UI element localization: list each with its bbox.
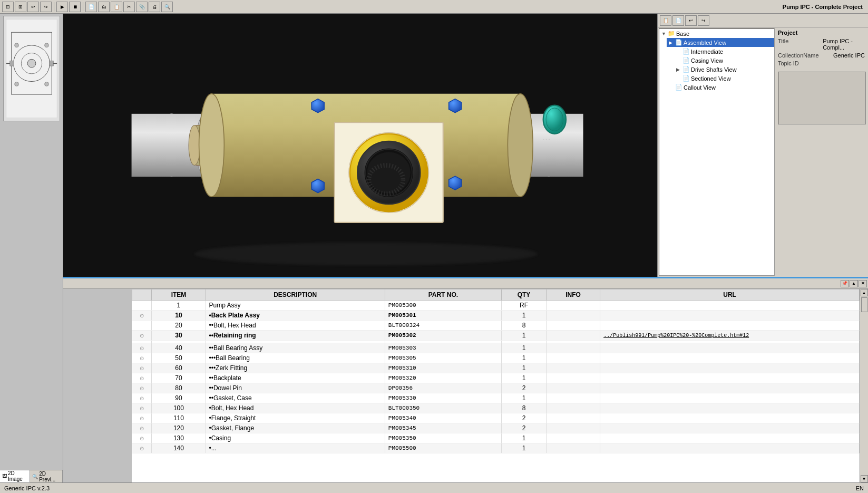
toolbar-btn-9[interactable]: 📋	[111, 2, 122, 12]
scroll-thumb[interactable]	[861, 297, 867, 312]
table-row[interactable]: ⊙70••BackplatePM0053201	[132, 373, 860, 383]
table-row[interactable]: ⊙130•CasingPM0053501	[132, 433, 860, 443]
svg-point-4	[27, 59, 36, 67]
doc-icon-4: 📄	[682, 66, 690, 73]
toolbar-btn-10[interactable]: ✂	[123, 2, 135, 12]
row-info	[547, 443, 600, 453]
table-row[interactable]: ⊙90••Gasket, CasePM0053301	[132, 393, 860, 403]
table-row[interactable]: ⊙120•Gasket, FlangePM0053452	[132, 423, 860, 433]
bom-right-scrollbar[interactable]: ▲ ▼	[860, 289, 868, 482]
table-row[interactable]: ⊙140•...PM0055001	[132, 443, 860, 453]
bottom-tb-pin[interactable]: 📌	[841, 280, 849, 287]
right-tb-2[interactable]: 📄	[672, 15, 684, 26]
bottom-tb-up[interactable]: ▲	[850, 280, 858, 287]
scroll-down-btn[interactable]: ▼	[861, 475, 868, 482]
table-row[interactable]: 1Pump AssyPM005300RF	[132, 301, 860, 311]
toolbar-btn-13[interactable]: 🔍	[161, 2, 173, 12]
table-row[interactable]: ⊙80••Dowel PinDP003562	[132, 383, 860, 393]
row-item: 110	[152, 413, 206, 423]
bom-col-info: INFO	[547, 289, 600, 301]
row-part-number: BLT000324	[385, 321, 501, 331]
center-right-top: ··· 📋 📄 ↩ ↪	[63, 14, 868, 277]
row-part-number: PM005330	[385, 393, 501, 403]
table-row[interactable]: 20••Bolt, Hex HeadBLT0003248	[132, 321, 860, 331]
toolbar-btn-2[interactable]: ⊞	[15, 2, 26, 12]
right-tb-4[interactable]: ↪	[698, 15, 709, 26]
bom-left-gap	[63, 289, 132, 482]
toolbar-btn-6[interactable]: ⏹	[69, 2, 81, 12]
row-qty: 1	[501, 331, 546, 341]
svg-point-49	[194, 243, 538, 265]
tree-item-assembled-view[interactable]: ▶ 📄 Assembled View	[667, 38, 774, 47]
row-description: ••Bolt, Hex Head	[206, 321, 385, 331]
bom-col-qty: QTY	[501, 289, 546, 301]
toolbar-btn-7[interactable]: 📄	[85, 2, 97, 12]
tab-2d-image[interactable]: 🖼 2D Image	[0, 470, 30, 482]
table-row[interactable]: ⊙50•••Ball BearingPM0053051	[132, 353, 860, 363]
toolbar-btn-5[interactable]: ▶	[56, 2, 68, 12]
tree-item-base[interactable]: ▼ 📁 Base	[659, 29, 774, 38]
doc-icon-3: 📄	[682, 57, 690, 64]
bom-scroll-wrapper[interactable]: ITEM DESCRIPTION PART NO. QTY INFO URL 1…	[132, 289, 860, 482]
row-description: •Back Plate Assy	[206, 311, 385, 321]
toolbar-btn-3[interactable]: ↩	[27, 2, 39, 12]
table-row[interactable]: ⊙40••Ball Bearing AssyPM0053031	[132, 343, 860, 353]
tree-item-casing-view[interactable]: 📄 Casing View	[674, 56, 774, 65]
table-row[interactable]: ⊙100•Bolt, Hex HeadBLT0003508	[132, 403, 860, 413]
row-info	[547, 383, 600, 393]
toolbar-buttons: ⊟ ⊞ ↩ ↪ ▶ ⏹ 📄 🗂 📋 ✂ 📎 🖨 🔍	[2, 2, 173, 12]
row-icon-cell: ⊙	[132, 383, 152, 393]
scroll-up-btn[interactable]: ▲	[861, 289, 868, 296]
row-item: 140	[152, 443, 206, 453]
3d-viewer[interactable]: ···	[63, 14, 657, 277]
assembly-svg: ···	[63, 14, 657, 277]
row-url	[600, 363, 860, 373]
tab-2d-preview[interactable]: 🔍 2D Previ...	[30, 470, 63, 482]
properties-panel: Project Title Pump IPC - Compl... Collec…	[776, 27, 868, 277]
row-description: •Casing	[206, 433, 385, 443]
row-item: 120	[152, 423, 206, 433]
toolbar-btn-8[interactable]: 🗂	[98, 2, 110, 12]
row-info	[547, 433, 600, 443]
svg-point-43	[546, 108, 563, 131]
row-part-number: PM005350	[385, 433, 501, 443]
tree-item-callout-view[interactable]: 📄 Callout View	[667, 83, 774, 92]
tree-item-sectioned-view[interactable]: 📄 Sectioned View	[674, 74, 774, 83]
svg-marker-44	[449, 99, 462, 113]
doc-icon: 📄	[675, 39, 682, 46]
table-row[interactable]: ⊙10•Back Plate AssyPM0053011	[132, 311, 860, 321]
table-row[interactable]: ⊙110•Flange, StraightPM0053402	[132, 413, 860, 423]
toolbar-btn-11[interactable]: 📎	[136, 2, 148, 12]
row-icon-cell	[132, 321, 152, 331]
row-icon-cell: ⊙	[132, 413, 152, 423]
prop-row-topic: Topic ID	[778, 60, 866, 66]
table-row[interactable]: ⊙60•••Zerk FittingPM0053101	[132, 363, 860, 373]
tree-item-intermediate[interactable]: 📄 Intermediate	[674, 47, 774, 56]
row-qty: 1	[501, 353, 546, 363]
toolbar-btn-12[interactable]: 🖨	[149, 2, 160, 12]
tree-item-drive-shafts[interactable]: ▶ 📄 Drive Shafts View	[674, 65, 774, 74]
bottom-tb-x[interactable]: ✕	[859, 280, 867, 287]
row-info	[547, 353, 600, 363]
row-url[interactable]: ../Publish991/Pump%20IPC%20-%20Complete.…	[600, 331, 860, 341]
row-part-number: PM005320	[385, 373, 501, 383]
right-tb-3[interactable]: ↩	[685, 15, 697, 26]
svg-point-6	[44, 43, 48, 47]
row-url	[600, 373, 860, 383]
svg-point-25	[508, 94, 533, 197]
row-item: 100	[152, 403, 206, 413]
right-panel: 📋 📄 ↩ ↪ ▼ 📁 Base	[657, 14, 868, 277]
row-icon-cell	[132, 301, 152, 311]
bom-col-desc: DESCRIPTION	[206, 289, 385, 301]
toolbar-btn-4[interactable]: ↪	[40, 2, 52, 12]
table-row[interactable]: ⊙30••Retaining ringPM0053021../Publish99…	[132, 331, 860, 341]
row-info	[547, 311, 600, 321]
row-url	[600, 301, 860, 311]
toolbar-btn-1[interactable]: ⊟	[2, 2, 14, 12]
row-info	[547, 393, 600, 403]
row-description: ••Gasket, Case	[206, 393, 385, 403]
row-description: ••Backplate	[206, 373, 385, 383]
row-url	[600, 413, 860, 423]
row-icon-cell: ⊙	[132, 373, 152, 383]
right-tb-1[interactable]: 📋	[660, 15, 671, 26]
